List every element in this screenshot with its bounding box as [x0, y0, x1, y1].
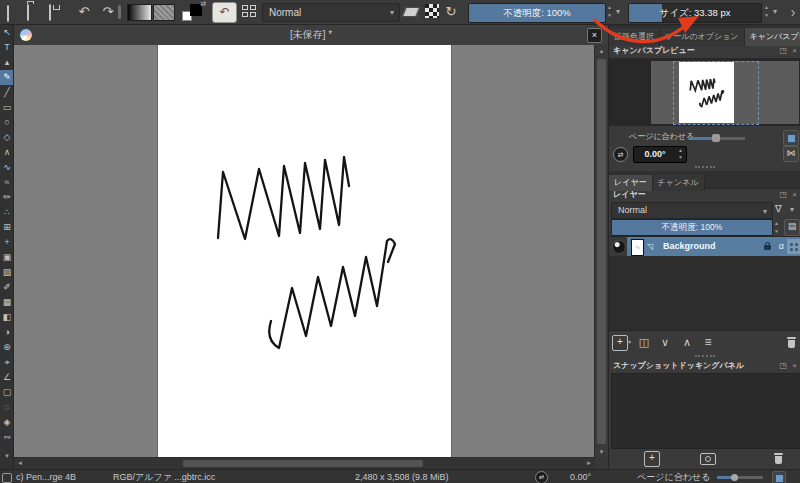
layer-filter-caret[interactable]: ▾ — [790, 205, 794, 214]
brush-size-slider[interactable]: サイズ: 33.38 px — [628, 3, 762, 23]
freehand-path-tool-icon[interactable]: ≈ — [0, 175, 14, 190]
scroll-right-icon[interactable]: ► — [583, 458, 595, 469]
close-docker-icon[interactable]: × — [792, 46, 797, 56]
float-docker-icon[interactable]: ◳ — [779, 46, 787, 56]
horizontal-scroll-thumb[interactable] — [183, 460, 423, 467]
save-icon[interactable] — [49, 4, 51, 22]
duplicate-layer-button[interactable]: ◫ — [635, 333, 653, 351]
transform-tool-icon[interactable]: ⊞ — [0, 220, 14, 235]
horizontal-scrollbar[interactable]: ◄ ► — [14, 457, 595, 469]
add-layer-button[interactable]: + — [612, 335, 628, 351]
layer-opacity-slider[interactable]: 不透明度: 100% — [611, 219, 773, 236]
mirror-view-button[interactable]: ⋈ — [783, 146, 799, 162]
layer-properties-button[interactable]: ≡ — [699, 333, 717, 351]
canvas-angle-label[interactable]: 0.00° — [570, 470, 591, 483]
freehand-brush-tool-icon[interactable]: ✎ — [0, 70, 14, 85]
new-document-icon[interactable] — [7, 5, 9, 23]
swap-colors-icon[interactable]: ⇄ — [200, 0, 206, 8]
undo-icon[interactable]: ↶ — [76, 3, 92, 21]
close-snapshot-icon[interactable]: × — [792, 361, 797, 371]
dynamic-brush-tool-icon[interactable]: ✏ — [0, 190, 14, 205]
toolbox-scroll-more-icon[interactable]: ▼ — [0, 453, 14, 459]
color-profile-label[interactable]: RGB/アルファ ...gbtrc.icc — [113, 470, 215, 483]
preview-zoom-handle[interactable] — [712, 134, 720, 142]
layer-lock-icon[interactable] — [764, 242, 771, 251]
float-layers-icon[interactable]: ◳ — [779, 190, 787, 200]
layer-inherit-alpha-icon[interactable] — [787, 239, 800, 254]
rect-select-tool-icon[interactable]: ▢ — [0, 385, 14, 400]
zoom-fit-button[interactable] — [772, 471, 786, 483]
reload-preset-icon[interactable]: ↻ — [444, 3, 458, 21]
close-layers-icon[interactable]: × — [792, 190, 797, 200]
edit-shapes-tool-icon[interactable]: ▴ — [0, 55, 14, 70]
assistants-tool-icon[interactable]: ⌖ — [0, 355, 14, 370]
canvas-viewport[interactable] — [14, 45, 595, 458]
docker-splitter-2[interactable] — [695, 355, 715, 357]
layer-opacity-spinner[interactable]: ▲▼ — [772, 219, 781, 234]
docker-splitter[interactable] — [695, 166, 715, 168]
polygon-tool-icon[interactable]: ◇ — [0, 130, 14, 145]
vertical-scrollbar[interactable]: ▲ ▼ — [594, 45, 608, 458]
layer-view-options-button[interactable]: ▤ — [784, 219, 800, 236]
layer-blend-select[interactable]: Normal — [611, 202, 773, 219]
preview-fit-button[interactable] — [783, 130, 799, 146]
scroll-up-icon[interactable]: ▲ — [595, 45, 608, 57]
polyline-tool-icon[interactable]: ∧ — [0, 145, 14, 160]
zoom-fit-label[interactable]: ページに合わせる — [637, 470, 710, 483]
layer-name[interactable]: Background — [663, 237, 716, 256]
size-spinner[interactable]: ▲▼ — [762, 3, 771, 21]
color-sampler-tool-icon[interactable]: ✐ — [0, 280, 14, 295]
redo-icon[interactable]: ↷ — [100, 3, 116, 21]
rotation-reset-icon[interactable]: ⇄ — [613, 147, 628, 162]
delete-snapshot-button[interactable] — [774, 453, 783, 464]
layer-row-background[interactable]: ∿ ◹ Background α — [627, 237, 800, 256]
zoom-slider[interactable] — [717, 476, 763, 479]
brush-editor-button[interactable]: ↶ — [212, 2, 237, 23]
workspace-chooser-icon[interactable] — [242, 5, 257, 18]
smart-patch-tool-icon[interactable]: ⊛ — [0, 340, 14, 355]
polygon-select-tool-icon[interactable]: ◈ — [0, 415, 14, 430]
pattern-edit-tool-icon[interactable]: ▦ — [0, 295, 14, 310]
pattern-swatch[interactable] — [153, 4, 175, 21]
snapshot-list[interactable] — [611, 373, 800, 449]
rectangle-tool-icon[interactable]: ▭ — [0, 100, 14, 115]
selection-shape-icon[interactable] — [2, 473, 12, 483]
preview-view-rect[interactable] — [673, 61, 759, 125]
toolbar-overflow-icon[interactable]: › — [787, 3, 799, 21]
canvas-preview-box[interactable] — [609, 58, 800, 126]
close-document-button[interactable]: × — [587, 28, 602, 43]
line-tool-icon[interactable]: ╱ — [0, 85, 14, 100]
layer-thumbnail[interactable]: ∿ — [631, 239, 644, 256]
eraser-mode-icon[interactable] — [402, 7, 420, 17]
scroll-left-icon[interactable]: ◄ — [14, 458, 26, 469]
canvas-page[interactable] — [158, 45, 451, 458]
move-layer-down-button[interactable]: ∨ — [656, 333, 674, 351]
blending-mode-select[interactable]: Normal — [262, 3, 400, 22]
measure-tool-icon[interactable]: ∠ — [0, 370, 14, 385]
eye-icon[interactable] — [612, 240, 626, 254]
gradient-swatch[interactable] — [127, 4, 152, 21]
switch-snapshot-button[interactable] — [700, 453, 716, 465]
crop-tool-icon[interactable]: ▣ — [0, 250, 14, 265]
colorize-mask-tool-icon[interactable]: ◑ — [0, 325, 14, 340]
vertical-scroll-thumb[interactable] — [597, 59, 606, 444]
text-tool-icon[interactable]: T — [0, 40, 14, 55]
ellipse-tool-icon[interactable]: ○ — [0, 115, 14, 130]
shape-select-tool-icon[interactable]: ↖ — [0, 25, 14, 40]
open-document-icon[interactable] — [27, 4, 29, 22]
layer-filter-funnel-icon[interactable]: ∇ — [775, 202, 782, 216]
opacity-slider[interactable]: 不透明度: 100% — [468, 3, 606, 23]
opacity-options-caret[interactable]: ▾ — [616, 7, 620, 16]
ellipse-select-tool-icon[interactable]: ◌ — [0, 400, 14, 415]
freehand-select-tool-icon[interactable]: ∾ — [0, 430, 14, 445]
create-snapshot-button[interactable]: + — [644, 451, 660, 467]
opacity-spinner[interactable]: ▲▼ — [605, 3, 614, 21]
current-brush-label[interactable]: c) Pen...rge 4B — [16, 470, 76, 483]
size-options-caret[interactable]: ▾ — [773, 7, 777, 16]
scroll-down-icon[interactable]: ▼ — [595, 446, 608, 458]
fill-tool-icon[interactable]: ◧ — [0, 310, 14, 325]
zoom-slider-handle[interactable] — [731, 474, 738, 481]
rotation-spinbox[interactable]: 0.00° ▲▼ — [633, 146, 687, 163]
layer-alpha-lock-icon[interactable]: α — [779, 237, 784, 256]
float-snapshot-icon[interactable]: ◳ — [779, 361, 787, 371]
